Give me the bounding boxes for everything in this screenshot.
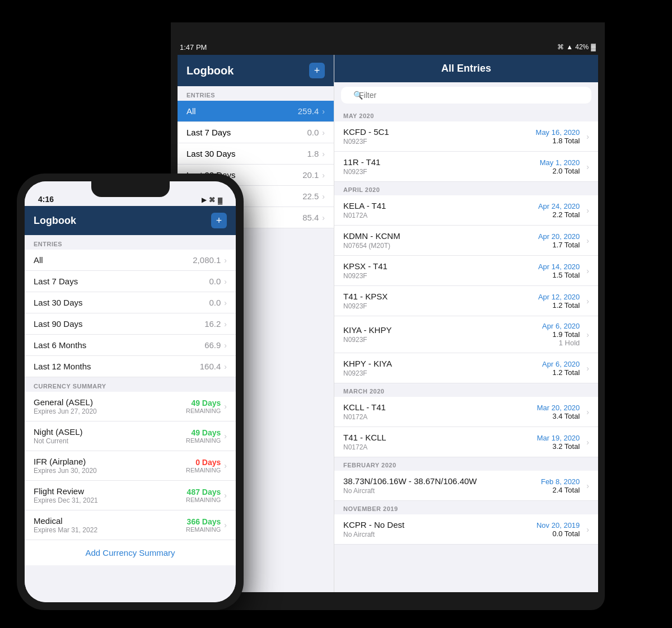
table-row[interactable]: T41 - KPSX N0923F Apr 12, 2020 1.2 Total… [334,286,598,316]
table-row[interactable]: KCFD - 5C1 N0923F May 16, 2020 1.8 Total… [334,121,598,152]
currency-right: 0 Days REMAINING › [186,458,227,474]
entry-total: 3.2 Total [537,442,580,451]
phone-nav-label: Last 30 Days [34,298,83,307]
table-row[interactable]: KCLL - T41 N0172A Mar 20, 2020 3.4 Total… [334,397,598,427]
entry-date: Apr 6, 2020 [542,322,580,330]
table-row[interactable]: KPSX - T41 N0923F Apr 14, 2020 1.5 Total… [334,256,598,286]
phone-add-button[interactable]: + [211,213,227,228]
currency-remaining: REMAINING [186,467,221,474]
entry-route: KCFD - 5C1 [343,127,389,137]
phone-nav-label: Last 6 Months [34,340,86,350]
entry-detail: Apr 6, 2020 1.2 Total [542,360,580,377]
entry-route: KHPY - KIYA [343,359,392,368]
tablet-nav-item[interactable]: Last 7 Days 0.0 › [178,122,334,143]
currency-item[interactable]: Medical Expires Mar 31, 2022 366 Days RE… [25,510,236,540]
currency-days-value: 49 Days [186,428,221,437]
wifi-icon: ⌘ [557,43,564,51]
currency-remaining: REMAINING [186,496,221,503]
phone-nav-right: 0.0 › [209,276,227,286]
entry-date: Apr 6, 2020 [542,360,580,368]
currency-left: Night (ASEL) Not Current [34,427,83,445]
table-row[interactable]: KIYA - KHPY N0923F Apr 6, 2020 1.9 Total… [334,316,598,353]
tablet-right-panel: All Entries 🔍 MAY 2020 KCFD - 5C1 N0923F… [334,55,598,592]
table-row[interactable]: KELA - T41 N0172A Apr 24, 2020 2.2 Total… [334,195,598,226]
phone-nav-label: Last 7 Days [34,276,78,286]
nav-item-right: 22.5 › [302,191,325,201]
currency-days-value: 487 Days [186,488,221,496]
phone-nav-header: Logbook + [25,206,236,235]
entry-date: Apr 12, 2020 [538,293,580,301]
table-row[interactable]: KCPR - No Dest No Aircraft Nov 20, 2019 … [334,514,598,545]
tablet-logbook-title: Logbook [186,64,234,77]
phone-screen: 4:16 ▶ ⌘ ▓ Logbook + ENTRIES All 2,080.1… [25,181,236,602]
phone-nav-item[interactable]: Last 7 Days 0.0 › [25,271,236,292]
tablet-status-icons: ⌘ ▲ 42% ▓ [557,43,596,51]
entry-aircraft: N0923F [343,336,391,344]
entry-route: KCLL - T41 [343,402,386,412]
phone-nav-item[interactable]: Last 6 Months 66.9 › [25,335,236,356]
entry-detail: Apr 12, 2020 1.2 Total [538,293,580,310]
entry-left: KELA - T41 N0172A [343,201,386,219]
table-row[interactable]: KDMN - KCNM N07654 (M20T) Apr 20, 2020 1… [334,226,598,256]
phone: 4:16 ▶ ⌘ ▓ Logbook + ENTRIES All 2,080.1… [17,174,244,610]
currency-right: 487 Days REMAINING › [186,488,227,503]
battery-icon: ▓ [591,43,596,51]
battery-icon: ▓ [218,197,222,204]
entry-detail: Mar 20, 2020 3.4 Total [537,404,580,420]
currency-days: 49 Days REMAINING [186,428,221,444]
currency-days: 49 Days REMAINING [186,399,221,414]
table-row[interactable]: 38.73N/106.16W - 38.67N/106.40W No Aircr… [334,471,598,501]
entry-route: 38.73N/106.16W - 38.67N/106.40W [343,476,477,486]
entry-date: May 16, 2020 [536,128,580,137]
currency-name: Flight Review [34,486,98,496]
currency-item[interactable]: IFR (Airplane) Expires Jun 30, 2020 0 Da… [25,451,236,481]
currency-name: General (ASEL) [34,397,97,407]
all-entries-header: All Entries [334,55,598,82]
add-currency-button[interactable]: Add Currency Summary [25,540,236,565]
entry-right: Apr 6, 2020 1.9 Total 1 Hold › [542,322,589,347]
entry-route: 11R - T41 [343,157,380,167]
entry-detail: Mar 19, 2020 3.2 Total [537,434,580,451]
phone-notch [91,181,170,197]
entry-date: Feb 8, 2020 [541,477,580,486]
chevron-right-icon: › [586,236,589,245]
entry-left: KHPY - KIYA N0923F [343,359,392,377]
phone-nav-right: 2,080.1 › [193,255,227,265]
entry-aircraft: N0923F [343,302,388,310]
currency-item[interactable]: Night (ASEL) Not Current 49 Days REMAINI… [25,421,236,451]
entry-total: 2.2 Total [538,210,580,219]
entry-right: Mar 20, 2020 3.4 Total › [537,404,589,420]
tablet-add-button[interactable]: + [309,63,325,78]
table-row[interactable]: T41 - KCLL N0172A Mar 19, 2020 3.2 Total… [334,427,598,457]
entry-left: KCLL - T41 N0172A [343,402,386,421]
nav-item-value: 22.5 [302,191,319,201]
phone-nav-item[interactable]: All 2,080.1 › [25,250,236,271]
tablet-nav-item[interactable]: Last 30 Days 1.8 › [178,143,334,165]
phone-nav-item[interactable]: Last 90 Days 16.2 › [25,313,236,335]
tablet-nav-item[interactable]: All 259.4 › [178,101,334,122]
entry-right: Apr 20, 2020 1.7 Total › [538,232,589,249]
entry-route: T41 - KPSX [343,292,388,301]
phone-status-icons: ▶ ⌘ ▓ [202,196,222,204]
entry-route: KCPR - No Dest [343,520,404,529]
nav-item-value: 85.4 [302,213,319,222]
phone-nav-right: 66.9 › [204,340,227,350]
entry-date: Apr 24, 2020 [538,202,580,210]
currency-item[interactable]: General (ASEL) Expires Jun 27, 2020 49 D… [25,392,236,421]
entry-aircraft: No Aircraft [343,487,477,495]
entry-right: Apr 24, 2020 2.2 Total › [538,202,589,219]
currency-remaining: REMAINING [186,526,221,533]
entry-right: Apr 6, 2020 1.2 Total › [542,360,589,377]
chevron-right-icon: › [224,298,227,307]
phone-nav-right: 160.4 › [200,362,227,371]
table-row[interactable]: 11R - T41 N0923F May 1, 2020 2.0 Total › [334,152,598,182]
phone-nav-item[interactable]: Last 30 Days 0.0 › [25,292,236,313]
currency-item[interactable]: Flight Review Expires Dec 31, 2021 487 D… [25,481,236,510]
table-row[interactable]: KHPY - KIYA N0923F Apr 6, 2020 1.2 Total… [334,353,598,383]
entry-total: 1.8 Total [536,137,580,145]
currency-days-value: 366 Days [186,517,221,526]
currency-name: Night (ASEL) [34,427,83,437]
filter-input[interactable] [341,87,591,104]
chevron-right-icon: › [224,256,227,265]
phone-nav-item[interactable]: Last 12 Months 160.4 › [25,356,236,377]
